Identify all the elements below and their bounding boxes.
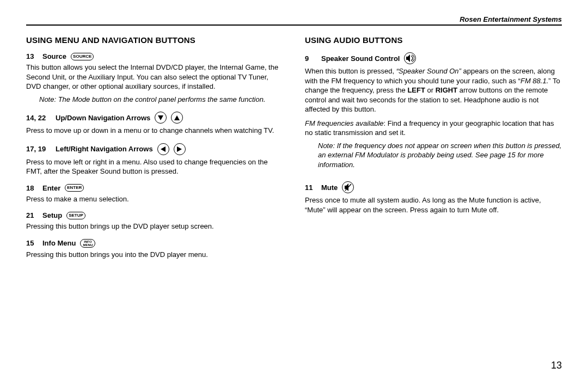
document-page: Rosen Entertainment Systems USING MENU A… — [0, 0, 588, 380]
item-head-info-menu: 15 Info Menu INFO MENU — [26, 239, 283, 248]
info-menu-button-icon: INFO MENU — [80, 239, 95, 248]
mute-icon — [342, 181, 354, 193]
section-heading-menu-nav: USING MENU AND NAVIGATION BUTTONS — [26, 35, 283, 45]
item-body: Pressing this button brings up the DVD p… — [26, 222, 283, 231]
item-head-mute: 11 Mute — [305, 181, 562, 193]
page-number: 13 — [551, 360, 562, 371]
text-fragment: or — [425, 86, 436, 94]
item-note-fm: FM frequencies available: Find a frequen… — [305, 119, 562, 138]
item-number: 14, 22 — [26, 114, 51, 122]
item-title: Speaker Sound Control — [321, 54, 400, 63]
item-head-leftright: 17, 19 Left/Right Navigation Arrows — [26, 143, 283, 155]
item-title: Source — [42, 52, 66, 60]
item-head-updown: 14, 22 Up/Down Navigation Arrows — [26, 112, 283, 124]
item-body: Press to move left or right in a menu. A… — [26, 157, 283, 176]
item-head-speaker: 9 Speaker Sound Control — [305, 52, 562, 64]
header-rule — [26, 24, 562, 26]
item-title: Enter — [42, 184, 60, 192]
nav-left-icon — [157, 143, 169, 155]
speaker-icon — [404, 52, 416, 64]
nav-right-icon — [174, 143, 186, 155]
item-title: Left/Right Navigation Arrows — [56, 145, 153, 153]
enter-button-icon: ENTER — [65, 184, 84, 192]
svg-marker-0 — [406, 54, 410, 62]
item-number: 11 — [305, 183, 317, 192]
item-body: Press to make a menu selection. — [26, 194, 283, 204]
nav-up-icon — [171, 112, 183, 124]
item-note: Note: The Mode button on the control pan… — [39, 95, 283, 105]
item-title: Setup — [42, 211, 62, 219]
item-note-modulator: Note: If the frequency does not appear o… — [318, 141, 562, 170]
item-body: This button allows you select the Intern… — [26, 63, 283, 91]
text-italic: FM frequencies available — [305, 119, 384, 127]
item-head-source: 13 Source SOURCE — [26, 52, 283, 60]
item-head-enter: 18 Enter ENTER — [26, 184, 283, 192]
item-body: Press once to mute all system audio. As … — [305, 195, 562, 214]
left-column: USING MENU AND NAVIGATION BUTTONS 13 Sou… — [26, 32, 283, 262]
text-bold: LEFT — [407, 86, 425, 94]
text-bold: RIGHT — [436, 86, 457, 94]
section-heading-audio: USING AUDIO BUTTONS — [305, 35, 562, 45]
item-number: 18 — [26, 184, 38, 192]
source-button-icon: SOURCE — [71, 53, 94, 60]
item-body: Pressing this button brings you into the… — [26, 250, 283, 260]
content-columns: USING MENU AND NAVIGATION BUTTONS 13 Sou… — [26, 32, 562, 262]
item-title: Info Menu — [42, 239, 76, 247]
nav-down-icon — [155, 112, 167, 124]
menu-label: MENU — [83, 243, 93, 247]
item-number: 17, 19 — [26, 145, 51, 153]
item-title: Mute — [321, 183, 338, 192]
item-body-speaker: When this button is pressed, “Speaker So… — [305, 66, 562, 114]
text-fragment: When this button is pressed, — [305, 67, 396, 75]
item-number: 13 — [26, 52, 38, 60]
item-number: 21 — [26, 211, 38, 219]
item-number: 9 — [305, 54, 317, 63]
text-italic: FM 88.1. — [520, 77, 548, 85]
item-head-setup: 21 Setup SETUP — [26, 211, 283, 219]
brand-header: Rosen Entertainment Systems — [26, 15, 562, 23]
item-body: Press to move up or down in a menu or to… — [26, 126, 283, 136]
item-title: Up/Down Navigation Arrows — [56, 114, 150, 122]
item-number: 15 — [26, 239, 38, 247]
right-column: USING AUDIO BUTTONS 9 Speaker Sound Cont… — [305, 32, 562, 262]
setup-button-icon: SETUP — [66, 212, 85, 219]
text-italic: “Speaker Sound On” — [396, 67, 461, 75]
